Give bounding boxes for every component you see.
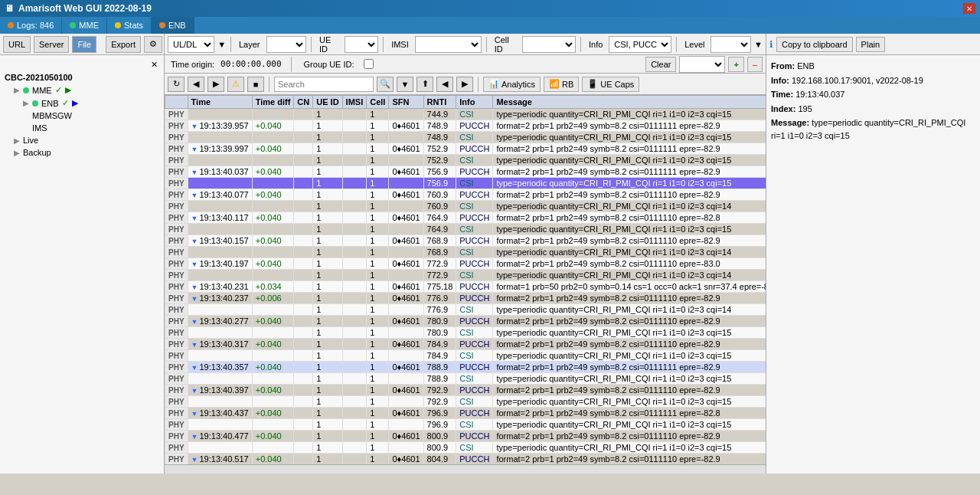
stop-btn[interactable]: ■ (247, 77, 264, 92)
table-cell: 1 (313, 270, 342, 281)
table-row[interactable]: PHY▼19:13:39.957+0.040110♦4601748.9PUCCH… (165, 120, 766, 132)
table-row[interactable]: PHY▼19:13:40.517+0.040110♦4601804.9PUCCH… (165, 454, 766, 465)
tab-stats[interactable]: Stats (107, 17, 152, 34)
enb-play-icon[interactable]: ▶ (72, 98, 78, 108)
table-cell: +0.034 (252, 281, 294, 293)
table-row[interactable]: PHY11796.9CSItype=periodic quantity=CRI_… (165, 419, 766, 431)
prev-btn[interactable]: ◀ (188, 77, 204, 92)
col-imsi[interactable]: IMSI (342, 96, 367, 109)
table-row[interactable]: PHY11788.9CSItype=periodic quantity=CRI_… (165, 373, 766, 385)
sidebar-item-live[interactable]: ▶ Live (9, 134, 164, 146)
col-rnti[interactable]: RNTI (423, 96, 456, 109)
clear-select[interactable] (679, 56, 725, 73)
sidebar-btn-file[interactable]: File (72, 36, 96, 53)
table-row[interactable]: PHY▼19:13:40.077+0.040110♦4601760.9PUCCH… (165, 189, 766, 201)
table-row[interactable]: PHY11748.9CSItype=periodic quantity=CRI_… (165, 132, 766, 143)
table-row[interactable]: PHY11752.9CSItype=periodic quantity=CRI_… (165, 155, 766, 166)
table-row[interactable]: PHY▼19:13:40.357+0.040110♦4601788.9PUCCH… (165, 362, 766, 373)
table-cell: PHY (165, 362, 188, 373)
info-select[interactable]: CSI, PUCCAll (609, 36, 671, 53)
tab-logs[interactable]: Logs: 846 (0, 17, 62, 34)
sidebar-item-mme[interactable]: ▶ MME ✓ ▶ (9, 84, 164, 97)
remove-button[interactable]: – (747, 57, 763, 72)
analytics-btn[interactable]: 📊 Analytics (483, 77, 541, 92)
table-row[interactable]: PHY11772.9CSItype=periodic quantity=CRI_… (165, 270, 766, 281)
table-row[interactable]: PHY▼19:13:40.277+0.040110♦4601780.9PUCCH… (165, 316, 766, 327)
col-sfn[interactable]: SFN (389, 96, 423, 109)
export-log-btn[interactable]: ⬆ (416, 77, 433, 92)
table-cell: 0♦4601 (389, 431, 423, 442)
plain-btn[interactable]: Plain (856, 37, 885, 52)
table-row[interactable]: PHY11756.9CSItype=periodic quantity=CRI_… (165, 178, 766, 189)
table-row[interactable]: PHY▼19:13:40.197+0.040110♦4601772.9PUCCH… (165, 258, 766, 270)
table-row[interactable]: PHY11764.9CSItype=periodic quantity=CRI_… (165, 224, 766, 235)
refresh-btn[interactable]: ↻ (168, 77, 185, 92)
copy-to-clipboard-btn[interactable]: Copy to clipboard (776, 37, 853, 52)
table-row[interactable]: PHY▼19:13:39.997+0.040110♦4601752.9PUCCH… (165, 143, 766, 155)
table-row[interactable]: PHY▼19:13:40.037+0.040110♦4601756.9PUCCH… (165, 166, 766, 178)
table-cell (342, 373, 367, 385)
table-row[interactable]: PHY▼19:13:40.157+0.040110♦4601768.9PUCCH… (165, 235, 766, 247)
col-message[interactable]: Message (493, 96, 766, 109)
cell-id-select[interactable] (522, 36, 576, 53)
table-row[interactable]: PHY▼19:13:40.231+0.034110♦4601775.18PUCC… (165, 281, 766, 293)
table-row[interactable]: PHY11780.9CSItype=periodic quantity=CRI_… (165, 327, 766, 339)
table-row[interactable]: PHY▼19:13:40.397+0.040110♦4601792.9PUCCH… (165, 385, 766, 396)
table-row[interactable]: PHY11768.9CSItype=periodic quantity=CRI_… (165, 247, 766, 258)
col-info[interactable]: Info (456, 96, 493, 109)
col-timediff[interactable]: Time diff (252, 96, 294, 109)
layer-select[interactable] (266, 36, 307, 53)
table-row[interactable]: PHY▼19:13:40.237+0.006110♦4601776.9PUCCH… (165, 293, 766, 304)
table-cell: 1 (313, 316, 342, 327)
ue-caps-btn[interactable]: 📱 UE Caps (582, 77, 639, 92)
table-container[interactable]: Time Time diff CN UE ID IMSI Cell SFN RN… (165, 95, 766, 464)
sidebar-item-mbmsgw[interactable]: MBMSGW (28, 110, 164, 122)
col-time[interactable]: Time (188, 96, 252, 109)
table-row[interactable]: PHY11760.9CSItype=periodic quantity=CRI_… (165, 201, 766, 212)
next-btn[interactable]: ▶ (207, 77, 224, 92)
search-input[interactable] (274, 77, 374, 92)
sidebar-btn-url[interactable]: URL (3, 36, 31, 53)
add-button[interactable]: + (728, 57, 743, 72)
table-row[interactable]: PHY11784.9CSItype=periodic quantity=CRI_… (165, 350, 766, 362)
imsi-select[interactable] (415, 36, 482, 53)
warn-btn[interactable]: ⚠ (227, 77, 244, 92)
tab-mme[interactable]: MME (62, 17, 107, 34)
table-row[interactable]: PHY11744.9CSItype=periodic quantity=CRI_… (165, 109, 766, 120)
col-ueid[interactable]: UE ID (313, 96, 342, 109)
sidebar-settings-btn[interactable]: ⚙ (144, 36, 162, 53)
mode-select[interactable]: UL/DLULDL (168, 36, 214, 53)
table-row[interactable]: PHY▼19:13:40.437+0.040110♦4601796.9PUCCH… (165, 408, 766, 419)
table-cell (294, 166, 313, 178)
close-button[interactable]: ✕ (963, 3, 975, 14)
sidebar-btn-export[interactable]: Export (106, 36, 141, 53)
ue-id-select[interactable] (345, 36, 378, 53)
filter-btn[interactable]: ▼ (397, 77, 413, 92)
col-cell[interactable]: Cell (367, 96, 389, 109)
horizontal-scrollbar[interactable] (165, 464, 766, 474)
col-cn[interactable]: CN (294, 96, 313, 109)
sidebar-close-btn[interactable]: ✕ (0, 58, 164, 71)
search-btn[interactable]: 🔍 (377, 77, 394, 92)
table-row[interactable]: PHY▼19:13:40.477+0.040110♦4601800.9PUCCH… (165, 431, 766, 442)
level-select[interactable] (710, 36, 751, 53)
tab-enb[interactable]: ENB (152, 17, 194, 34)
clear-button[interactable]: Clear (645, 57, 676, 72)
table-row[interactable]: PHY11800.9CSItype=periodic quantity=CRI_… (165, 442, 766, 454)
table-cell: ▼19:13:40.197 (188, 258, 252, 270)
sidebar-item-backup[interactable]: ▶ Backup (9, 146, 164, 159)
sidebar-item-enb[interactable]: ▶ ENB ✓ ▶ (18, 97, 164, 110)
table-cell: 1 (313, 155, 342, 166)
table-row[interactable]: PHY▼19:13:40.317+0.040110♦4601784.9PUCCH… (165, 339, 766, 350)
table-cell: CSI (456, 224, 493, 235)
group-ue-id-checkbox[interactable] (364, 59, 374, 69)
rb-btn[interactable]: 📶 RB (544, 77, 579, 92)
table-row[interactable]: PHY11792.9CSItype=periodic quantity=CRI_… (165, 396, 766, 408)
table-row[interactable]: PHY▼19:13:40.117+0.040110♦4601764.9PUCCH… (165, 212, 766, 224)
sidebar-btn-server[interactable]: Server (34, 36, 69, 53)
sidebar-item-ims[interactable]: IMS (28, 122, 164, 134)
mme-play-icon[interactable]: ▶ (65, 85, 71, 95)
next-match-btn[interactable]: ▶ (456, 77, 473, 92)
table-row[interactable]: PHY11776.9CSItype=periodic quantity=CRI_… (165, 304, 766, 316)
prev-match-btn[interactable]: ◀ (436, 77, 453, 92)
